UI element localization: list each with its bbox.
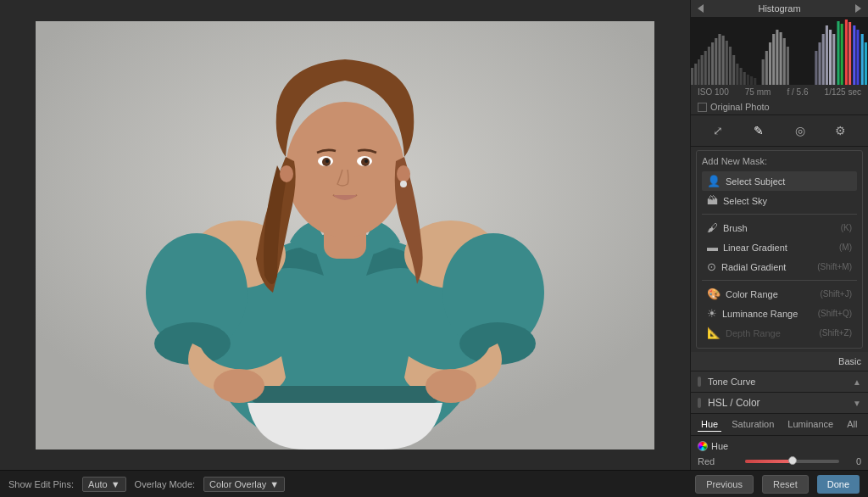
linear-gradient-icon: ▬ <box>707 241 718 254</box>
svg-rect-48 <box>780 32 782 85</box>
luminance-range-shortcut: (Shift+Q) <box>818 309 852 318</box>
histogram-right-arrow[interactable] <box>855 4 861 13</box>
select-sky-item[interactable]: 🏔 Select Sky <box>702 191 857 210</box>
tone-curve-header[interactable]: Tone Curve ▲ <box>691 371 868 392</box>
hsl-bar <box>698 398 701 408</box>
svg-rect-55 <box>829 30 832 85</box>
depth-range-item: 📐 Depth Range (Shift+Z) <box>702 323 857 343</box>
hsl-title: HSL / Color <box>708 397 760 409</box>
settings-tool-icon[interactable]: ⚙ <box>831 120 851 141</box>
brush-icon: 🖌 <box>707 221 718 234</box>
crop-tool-icon[interactable]: ⤢ <box>708 120 728 141</box>
svg-point-18 <box>364 159 368 163</box>
depth-range-shortcut: (Shift+Z) <box>819 328 852 338</box>
redeye-tool-icon[interactable]: ◎ <box>790 120 810 141</box>
hsl-tab-hue[interactable]: Hue <box>698 417 721 432</box>
hsl-tab-luminance[interactable]: Luminance <box>784 417 837 432</box>
done-button[interactable]: Done <box>817 475 860 494</box>
red-slider-row: Red 0 <box>698 456 861 466</box>
svg-rect-33 <box>722 36 725 85</box>
red-slider-label: Red <box>698 456 740 466</box>
select-subject-item[interactable]: 👤 Select Subject <box>702 171 857 191</box>
basic-panel-label: Basic <box>838 356 861 366</box>
brush-shortcut: (K) <box>841 223 852 232</box>
hsl-toggle[interactable]: ▼ <box>853 399 861 408</box>
svg-rect-38 <box>739 68 742 85</box>
svg-rect-58 <box>841 24 843 85</box>
svg-point-12 <box>286 102 404 237</box>
svg-point-17 <box>326 159 329 163</box>
brush-label: Brush <box>723 223 748 233</box>
hsl-tab-saturation[interactable]: Saturation <box>728 417 777 432</box>
dropdown-arrow: ▼ <box>111 479 120 489</box>
reset-button[interactable]: Reset <box>762 475 809 494</box>
histogram-left-arrow[interactable] <box>698 4 704 13</box>
bottom-right-buttons: Previous Reset Done <box>695 475 860 494</box>
color-overlay-label: Color Overlay <box>209 479 266 489</box>
overlay-dropdown-arrow: ▼ <box>270 479 279 489</box>
svg-rect-27 <box>700 55 703 85</box>
luminance-range-icon: ☀ <box>707 307 717 320</box>
linear-gradient-item[interactable]: ▬ Linear Gradient (M) <box>702 237 857 257</box>
svg-rect-36 <box>732 55 735 85</box>
svg-rect-60 <box>849 22 851 85</box>
color-range-label: Color Range <box>726 289 778 299</box>
svg-rect-61 <box>853 25 855 85</box>
bottom-bar: Show Edit Pins: Auto ▼ Overlay Mode: Col… <box>0 470 868 497</box>
depth-range-icon: 📐 <box>707 327 721 339</box>
overlay-mode-dropdown[interactable]: Color Overlay ▼ <box>203 477 285 492</box>
histogram-header: Histogram <box>691 0 868 17</box>
hsl-header[interactable]: HSL / Color ▼ <box>691 393 868 414</box>
histogram-title: Histogram <box>758 3 800 14</box>
svg-rect-46 <box>772 34 775 85</box>
svg-rect-63 <box>861 34 864 85</box>
svg-rect-41 <box>750 76 753 85</box>
focal-value: 75 mm <box>745 87 771 97</box>
svg-rect-30 <box>711 42 714 85</box>
color-range-item[interactable]: 🎨 Color Range (Shift+J) <box>702 284 857 304</box>
heal-tool-icon[interactable]: ✎ <box>748 120 769 141</box>
luminance-range-item[interactable]: ☀ Luminance Range (Shift+Q) <box>702 304 857 323</box>
basic-panel-header[interactable]: Basic <box>691 352 868 371</box>
svg-rect-10 <box>252 386 438 403</box>
svg-rect-59 <box>845 20 848 85</box>
select-sky-label: Select Sky <box>723 196 767 206</box>
hue-section: Hue Red 0 Orange <box>691 436 868 470</box>
red-slider-thumb[interactable] <box>788 456 797 465</box>
depth-range-label: Depth Range <box>726 328 781 338</box>
hsl-section: HSL / Color ▼ Hue Saturation Luminance A… <box>691 393 868 470</box>
photo-subject <box>36 21 654 450</box>
svg-rect-62 <box>856 30 859 85</box>
svg-rect-37 <box>736 64 738 85</box>
hue-section-title: Hue <box>698 441 861 451</box>
linear-gradient-label: Linear Gradient <box>723 243 787 253</box>
svg-rect-57 <box>837 21 839 85</box>
overlay-mode-label: Overlay Mode: <box>135 479 196 489</box>
show-edit-pins-dropdown[interactable]: Auto ▼ <box>82 477 126 492</box>
svg-rect-54 <box>826 25 828 85</box>
svg-rect-25 <box>694 64 697 85</box>
svg-point-21 <box>400 181 407 187</box>
svg-rect-31 <box>715 38 717 85</box>
previous-button[interactable]: Previous <box>695 475 754 494</box>
mask-dropdown-title: Add New Mask: <box>702 156 857 166</box>
hsl-tab-all[interactable]: All <box>843 417 860 432</box>
tone-curve-toggle[interactable]: ▲ <box>853 377 861 387</box>
original-photo-checkbox[interactable] <box>698 103 707 112</box>
right-panel: Histogram <box>690 0 868 470</box>
select-subject-label: Select Subject <box>726 176 785 187</box>
svg-rect-39 <box>743 72 746 85</box>
original-photo-row: Original Photo <box>691 99 868 114</box>
svg-rect-24 <box>691 68 693 85</box>
toolbar-icons: ⤢ ✎ ◎ ⚙ <box>691 115 868 147</box>
red-slider-track[interactable] <box>745 460 839 463</box>
color-range-shortcut: (Shift+J) <box>820 289 852 299</box>
svg-point-20 <box>397 165 410 182</box>
basic-panel: Basic <box>691 352 868 371</box>
radial-gradient-item[interactable]: ⊙ Radial Gradient (Shift+M) <box>702 257 857 276</box>
svg-rect-35 <box>729 47 732 85</box>
auto-label: Auto <box>88 479 108 489</box>
brush-item[interactable]: 🖌 Brush (K) <box>702 218 857 237</box>
hue-label: Hue <box>711 441 728 451</box>
radial-gradient-label: Radial Gradient <box>721 262 786 272</box>
